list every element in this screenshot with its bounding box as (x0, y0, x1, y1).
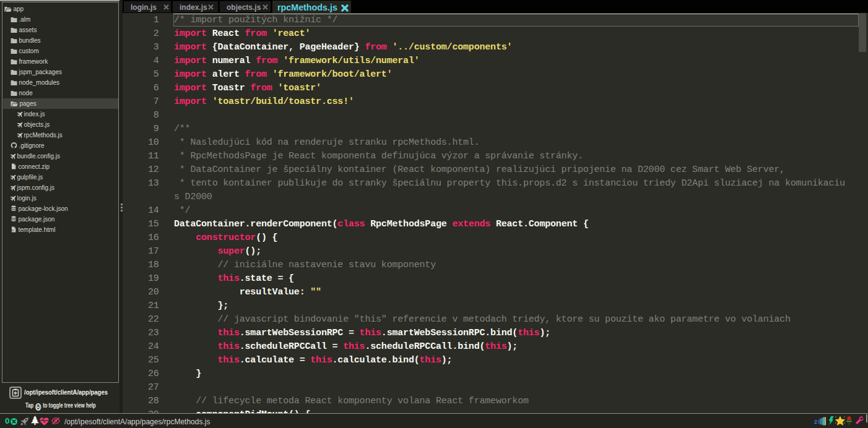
svg-text:e: e (12, 228, 14, 232)
